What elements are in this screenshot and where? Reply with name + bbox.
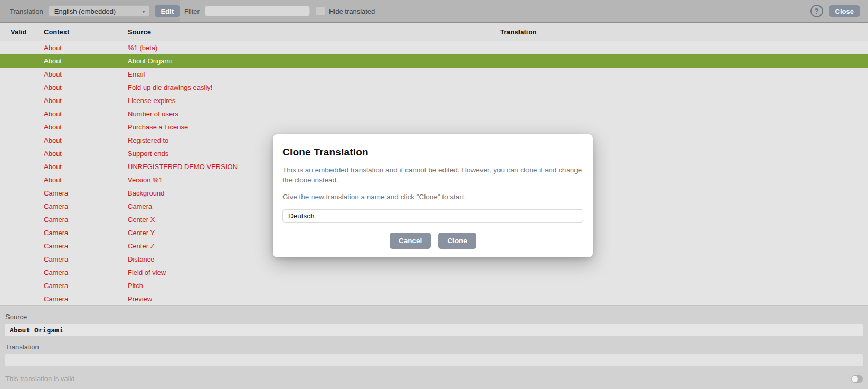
- toggle-knob: [852, 376, 858, 382]
- cell-translation: [500, 292, 868, 305]
- source-field-label: Source: [5, 313, 863, 321]
- hide-translated-label: Hide translated: [329, 7, 375, 15]
- dialog-instruction-text: Give the new translation a name and clic…: [282, 192, 583, 202]
- cell-valid: [0, 292, 44, 305]
- translation-field-label: Translation: [5, 343, 863, 351]
- cell-context: Camera: [44, 200, 128, 213]
- cell-source: Pitch: [128, 279, 500, 292]
- cell-context: About: [44, 94, 128, 107]
- detail-panel: Source Translation This translation is v…: [0, 305, 868, 389]
- cell-source: Number of users: [128, 107, 500, 121]
- cell-context: About: [44, 121, 128, 134]
- table-row[interactable]: About Number of users: [0, 107, 868, 121]
- filter-label: Filter: [184, 7, 200, 15]
- language-select-value: English (embedded): [54, 7, 116, 15]
- cell-source: %1 (beta): [128, 41, 500, 54]
- cell-context: Camera: [44, 226, 128, 239]
- cell-valid: [0, 173, 44, 187]
- cell-valid: [0, 54, 44, 68]
- clone-translation-dialog: Clone Translation This is an embedded tr…: [273, 134, 593, 257]
- column-header-translation: Translation: [500, 28, 868, 36]
- column-header-valid: Valid: [0, 28, 44, 36]
- cell-context: About: [44, 41, 128, 54]
- cell-valid: [0, 41, 44, 54]
- column-header-context: Context: [44, 28, 128, 36]
- cell-valid: [0, 160, 44, 173]
- cell-valid: [0, 213, 44, 226]
- valid-status-row: This translation is valid: [5, 375, 863, 383]
- table-row[interactable]: Camera Field of view: [0, 266, 868, 279]
- cell-source: Fold up die drawings easily!: [128, 81, 500, 94]
- cell-valid: [0, 266, 44, 279]
- dialog-title: Clone Translation: [282, 146, 583, 158]
- cell-source: Preview: [128, 292, 500, 305]
- cell-source: Field of view: [128, 266, 500, 279]
- valid-toggle[interactable]: [851, 375, 863, 383]
- table-header: Valid Context Source Translation: [0, 23, 868, 41]
- clone-name-input[interactable]: [282, 209, 583, 223]
- cell-translation: [500, 41, 868, 54]
- cell-context: Camera: [44, 279, 128, 292]
- topbar: Translation English (embedded) ▾ Edit Fi…: [0, 0, 868, 23]
- cell-context: About: [44, 54, 128, 68]
- cell-context: Camera: [44, 239, 128, 253]
- table-row[interactable]: About About Origami: [0, 54, 868, 68]
- topbar-filter-section: Filter Hide translated ? Close: [180, 0, 868, 22]
- translation-select-label: Translation: [10, 7, 43, 15]
- cell-context: Camera: [44, 266, 128, 279]
- help-icon[interactable]: ?: [810, 5, 823, 17]
- table-row[interactable]: About Purchase a License: [0, 121, 868, 134]
- cell-valid: [0, 239, 44, 253]
- table-row[interactable]: Camera Pitch: [0, 279, 868, 292]
- table-row[interactable]: About Fold up die drawings easily!: [0, 81, 868, 94]
- cell-context: Camera: [44, 213, 128, 226]
- cell-source: Email: [128, 68, 500, 81]
- cell-context: Camera: [44, 292, 128, 305]
- cell-valid: [0, 94, 44, 107]
- cancel-button[interactable]: Cancel: [390, 233, 431, 249]
- cell-context: Camera: [44, 187, 128, 200]
- table-row[interactable]: About %1 (beta): [0, 41, 868, 54]
- cell-context: About: [44, 173, 128, 187]
- hide-translated-checkbox[interactable]: [316, 7, 325, 15]
- cell-context: Camera: [44, 253, 128, 266]
- cell-context: About: [44, 68, 128, 81]
- cell-valid: [0, 200, 44, 213]
- cell-translation: [500, 94, 868, 107]
- filter-input[interactable]: [205, 6, 310, 16]
- source-field[interactable]: [5, 324, 863, 336]
- translation-field[interactable]: [5, 354, 863, 366]
- close-button[interactable]: Close: [829, 5, 860, 17]
- cell-source: About Origami: [128, 54, 500, 68]
- cell-context: About: [44, 160, 128, 173]
- translation-editor-window: Translation English (embedded) ▾ Edit Fi…: [0, 0, 868, 305]
- clone-button[interactable]: Clone: [438, 233, 476, 249]
- cell-valid: [0, 253, 44, 266]
- cell-valid: [0, 107, 44, 121]
- cell-valid: [0, 187, 44, 200]
- cell-context: About: [44, 134, 128, 147]
- cell-translation: [500, 107, 868, 121]
- cell-source: Purchase a License: [128, 121, 500, 134]
- cell-translation: [500, 68, 868, 81]
- table-row[interactable]: About License expires: [0, 94, 868, 107]
- chevron-down-icon: ▾: [142, 8, 145, 14]
- valid-status-label: This translation is valid: [5, 375, 75, 383]
- table-row[interactable]: Camera Preview: [0, 292, 868, 305]
- edit-button[interactable]: Edit: [155, 5, 180, 17]
- cell-context: About: [44, 81, 128, 94]
- cell-valid: [0, 147, 44, 160]
- cell-valid: [0, 121, 44, 134]
- cell-translation: [500, 54, 868, 68]
- dialog-button-row: Cancel Clone: [282, 233, 583, 249]
- cell-valid: [0, 68, 44, 81]
- cell-translation: [500, 121, 868, 134]
- cell-source: License expires: [128, 94, 500, 107]
- language-select[interactable]: English (embedded) ▾: [49, 5, 150, 17]
- cell-translation: [500, 279, 868, 292]
- cell-valid: [0, 279, 44, 292]
- cell-valid: [0, 81, 44, 94]
- cell-context: About: [44, 147, 128, 160]
- cell-translation: [500, 266, 868, 279]
- table-row[interactable]: About Email: [0, 68, 868, 81]
